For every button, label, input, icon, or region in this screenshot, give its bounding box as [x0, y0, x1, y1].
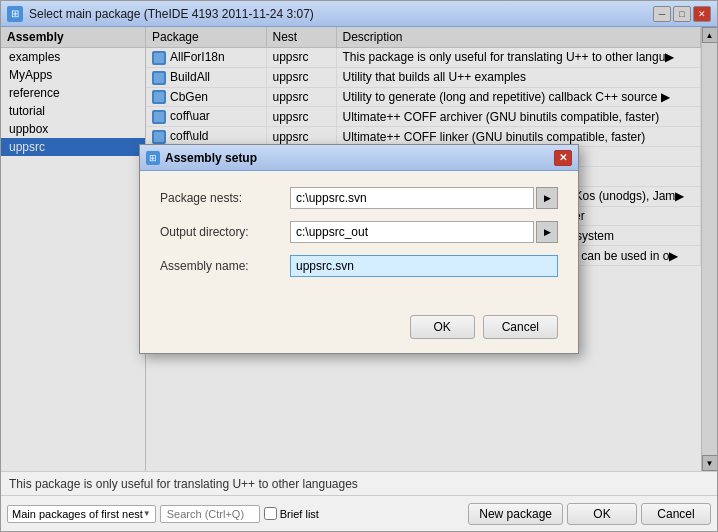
- output-dir-field: Output directory: ▶: [160, 221, 558, 243]
- modal-overlay: ⊞ Assembly setup ✕ Package nests: ▶: [1, 27, 717, 471]
- dialog-title-left: ⊞ Assembly setup: [146, 151, 257, 165]
- brief-list-checkbox[interactable]: [264, 507, 277, 520]
- assembly-name-input-wrap: [290, 255, 558, 277]
- brief-list-checkbox-wrap: Brief list: [264, 507, 319, 520]
- dialog-ok-button[interactable]: OK: [410, 315, 475, 339]
- dialog-close-button[interactable]: ✕: [554, 150, 572, 166]
- package-nests-input[interactable]: [290, 187, 534, 209]
- close-window-button[interactable]: ✕: [693, 6, 711, 22]
- search-input[interactable]: [160, 505, 260, 523]
- dialog-title: Assembly setup: [165, 151, 257, 165]
- output-dir-browse-button[interactable]: ▶: [536, 221, 558, 243]
- main-window: ⊞ Select main package (TheIDE 4193 2011-…: [0, 0, 718, 532]
- status-text: This package is only useful for translat…: [9, 477, 358, 491]
- package-nests-label: Package nests:: [160, 191, 290, 205]
- dialog-titlebar: ⊞ Assembly setup ✕: [140, 145, 578, 171]
- title-bar: ⊞ Select main package (TheIDE 4193 2011-…: [1, 1, 717, 27]
- ok-button[interactable]: OK: [567, 503, 637, 525]
- title-controls: ─ □ ✕: [653, 6, 711, 22]
- content-area: Assembly examples MyApps reference tutor…: [1, 27, 717, 471]
- status-bar: This package is only useful for translat…: [1, 471, 717, 495]
- assembly-name-field: Assembly name:: [160, 255, 558, 277]
- output-dir-label: Output directory:: [160, 225, 290, 239]
- dropdown-arrow-icon: ▼: [143, 509, 151, 518]
- output-dir-input[interactable]: [290, 221, 534, 243]
- dialog-cancel-button[interactable]: Cancel: [483, 315, 558, 339]
- bottom-toolbar: Main packages of first nest ▼ Brief list…: [1, 495, 717, 531]
- dialog-body: Package nests: ▶ Output directory: ▶: [140, 171, 578, 305]
- output-dir-input-wrap: ▶: [290, 221, 558, 243]
- package-nests-browse-button[interactable]: ▶: [536, 187, 558, 209]
- maximize-button[interactable]: □: [673, 6, 691, 22]
- app-icon: ⊞: [7, 6, 23, 22]
- assembly-name-input[interactable]: [290, 255, 558, 277]
- dropdown-label: Main packages of first nest: [12, 508, 143, 520]
- dialog-footer: OK Cancel: [140, 305, 578, 353]
- package-nests-input-wrap: ▶: [290, 187, 558, 209]
- package-filter-dropdown[interactable]: Main packages of first nest ▼: [7, 505, 156, 523]
- brief-list-label: Brief list: [280, 508, 319, 520]
- dialog-icon: ⊞: [146, 151, 160, 165]
- title-bar-left: ⊞ Select main package (TheIDE 4193 2011-…: [7, 6, 314, 22]
- assembly-name-label: Assembly name:: [160, 259, 290, 273]
- new-package-button[interactable]: New package: [468, 503, 563, 525]
- window-title: Select main package (TheIDE 4193 2011-11…: [29, 7, 314, 21]
- cancel-button[interactable]: Cancel: [641, 503, 711, 525]
- package-nests-field: Package nests: ▶: [160, 187, 558, 209]
- minimize-button[interactable]: ─: [653, 6, 671, 22]
- assembly-setup-dialog: ⊞ Assembly setup ✕ Package nests: ▶: [139, 144, 579, 354]
